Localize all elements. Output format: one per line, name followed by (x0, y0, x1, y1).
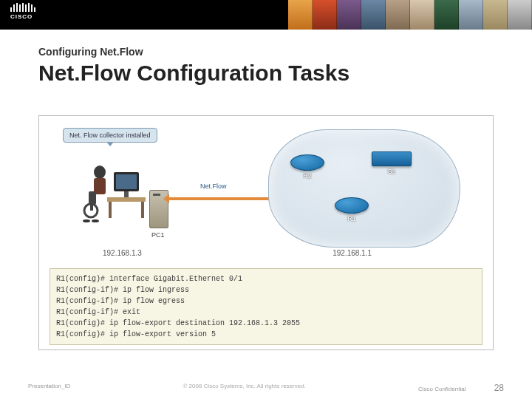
svg-rect-9 (89, 191, 96, 205)
footer-left: Presentation_ID (28, 383, 70, 393)
slide-title: Net.Flow Configuration Tasks (38, 61, 494, 86)
footer: Presentation_ID © 2008 Cisco Systems, In… (0, 383, 532, 393)
pc-label: PC1 (151, 231, 165, 239)
footer-right: Cisco Confidential 28 (418, 383, 504, 393)
diagram-container: Net. Flow collector installed PC1 192.16… (38, 115, 494, 350)
svg-rect-7 (141, 202, 144, 218)
footer-confidential: Cisco Confidential (418, 386, 466, 392)
svg-rect-5 (107, 197, 146, 202)
svg-rect-6 (109, 202, 112, 218)
network-ip: 192.168.1.1 (332, 249, 372, 257)
cli-line: R1(config)# ip flow-export destination 1… (56, 318, 476, 329)
person-at-desk-icon (78, 159, 151, 225)
cli-line: R1(config-if)# exit (56, 307, 476, 318)
callout-label: Net. Flow collector installed (63, 128, 157, 143)
svg-rect-10 (90, 205, 93, 211)
slide-subtitle: Configuring Net.Flow (38, 46, 494, 58)
header-collage (288, 0, 532, 30)
svg-point-11 (83, 219, 90, 222)
svg-point-12 (92, 219, 99, 222)
cli-line: R1(config-if)# ip flow ingress (56, 284, 476, 296)
svg-point-0 (94, 166, 106, 179)
cisco-logo-icon (10, 3, 35, 12)
page-number: 28 (494, 383, 504, 393)
switch-s1-label: S1 (372, 168, 412, 175)
cli-line: R1(config-if)# ip flow egress (56, 296, 476, 307)
router-r1-label: R1 (335, 215, 369, 222)
top-bar: CISCO (0, 0, 532, 30)
flow-label: Net.Flow (200, 183, 227, 190)
switch-s1-icon (372, 151, 412, 166)
svg-rect-3 (116, 174, 137, 189)
router-r1-icon (335, 197, 369, 214)
router-r2-label: R2 (290, 172, 324, 180)
logo-text: CISCO (10, 13, 33, 20)
router-r2-icon (290, 154, 324, 171)
cloud-icon: R2 S1 R1 (268, 129, 460, 248)
pc-ip: 192.168.1.3 (103, 249, 142, 257)
cli-line: R1(config)# ip flow-export version 5 (56, 329, 476, 340)
cli-line: R1(config)# interface Gigabit.Ethernet 0… (56, 273, 476, 284)
footer-center: © 2008 Cisco Systems, Inc. All rights re… (70, 383, 418, 393)
cli-block: R1(config)# interface Gigabit.Ethernet 0… (50, 268, 482, 345)
